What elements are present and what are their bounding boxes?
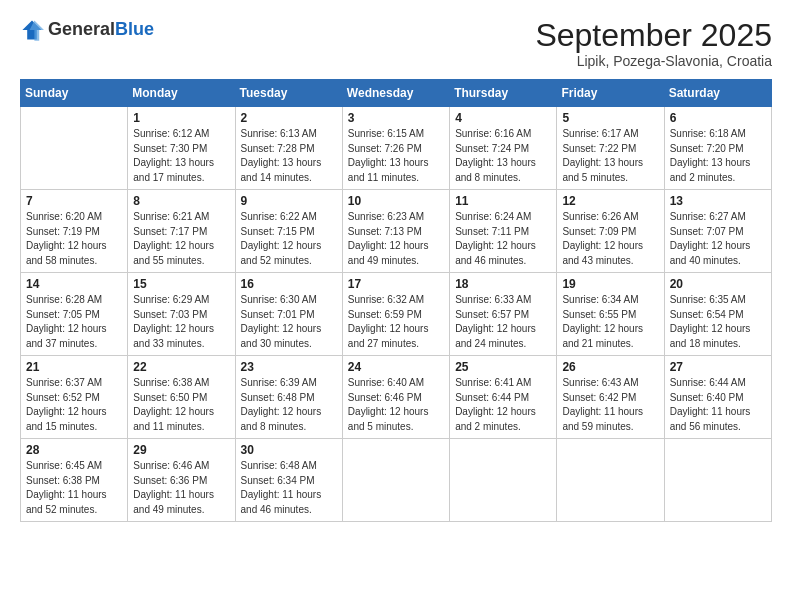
day-info: Sunrise: 6:39 AM Sunset: 6:48 PM Dayligh…	[241, 376, 337, 434]
day-info: Sunrise: 6:27 AM Sunset: 7:07 PM Dayligh…	[670, 210, 766, 268]
day-header-saturday: Saturday	[664, 80, 771, 107]
day-cell: 29Sunrise: 6:46 AM Sunset: 6:36 PM Dayli…	[128, 439, 235, 522]
day-number: 28	[26, 443, 122, 457]
day-number: 5	[562, 111, 658, 125]
day-cell: 7Sunrise: 6:20 AM Sunset: 7:19 PM Daylig…	[21, 190, 128, 273]
week-row-3: 21Sunrise: 6:37 AM Sunset: 6:52 PM Dayli…	[21, 356, 772, 439]
day-cell: 1Sunrise: 6:12 AM Sunset: 7:30 PM Daylig…	[128, 107, 235, 190]
day-header-sunday: Sunday	[21, 80, 128, 107]
day-number: 13	[670, 194, 766, 208]
day-cell: 11Sunrise: 6:24 AM Sunset: 7:11 PM Dayli…	[450, 190, 557, 273]
day-info: Sunrise: 6:46 AM Sunset: 6:36 PM Dayligh…	[133, 459, 229, 517]
day-header-monday: Monday	[128, 80, 235, 107]
day-header-tuesday: Tuesday	[235, 80, 342, 107]
day-number: 3	[348, 111, 444, 125]
day-info: Sunrise: 6:30 AM Sunset: 7:01 PM Dayligh…	[241, 293, 337, 351]
day-info: Sunrise: 6:17 AM Sunset: 7:22 PM Dayligh…	[562, 127, 658, 185]
day-info: Sunrise: 6:18 AM Sunset: 7:20 PM Dayligh…	[670, 127, 766, 185]
day-info: Sunrise: 6:33 AM Sunset: 6:57 PM Dayligh…	[455, 293, 551, 351]
day-cell: 18Sunrise: 6:33 AM Sunset: 6:57 PM Dayli…	[450, 273, 557, 356]
day-info: Sunrise: 6:34 AM Sunset: 6:55 PM Dayligh…	[562, 293, 658, 351]
day-info: Sunrise: 6:20 AM Sunset: 7:19 PM Dayligh…	[26, 210, 122, 268]
day-info: Sunrise: 6:29 AM Sunset: 7:03 PM Dayligh…	[133, 293, 229, 351]
day-cell: 22Sunrise: 6:38 AM Sunset: 6:50 PM Dayli…	[128, 356, 235, 439]
day-info: Sunrise: 6:24 AM Sunset: 7:11 PM Dayligh…	[455, 210, 551, 268]
day-number: 6	[670, 111, 766, 125]
day-number: 1	[133, 111, 229, 125]
day-number: 4	[455, 111, 551, 125]
week-row-2: 14Sunrise: 6:28 AM Sunset: 7:05 PM Dayli…	[21, 273, 772, 356]
location: Lipik, Pozega-Slavonia, Croatia	[535, 53, 772, 69]
day-cell: 15Sunrise: 6:29 AM Sunset: 7:03 PM Dayli…	[128, 273, 235, 356]
day-header-wednesday: Wednesday	[342, 80, 449, 107]
day-cell	[342, 439, 449, 522]
day-cell: 12Sunrise: 6:26 AM Sunset: 7:09 PM Dayli…	[557, 190, 664, 273]
day-info: Sunrise: 6:15 AM Sunset: 7:26 PM Dayligh…	[348, 127, 444, 185]
day-cell: 8Sunrise: 6:21 AM Sunset: 7:17 PM Daylig…	[128, 190, 235, 273]
day-cell: 9Sunrise: 6:22 AM Sunset: 7:15 PM Daylig…	[235, 190, 342, 273]
day-cell: 13Sunrise: 6:27 AM Sunset: 7:07 PM Dayli…	[664, 190, 771, 273]
day-cell: 4Sunrise: 6:16 AM Sunset: 7:24 PM Daylig…	[450, 107, 557, 190]
day-number: 19	[562, 277, 658, 291]
day-cell: 20Sunrise: 6:35 AM Sunset: 6:54 PM Dayli…	[664, 273, 771, 356]
day-cell: 10Sunrise: 6:23 AM Sunset: 7:13 PM Dayli…	[342, 190, 449, 273]
month-title: September 2025	[535, 18, 772, 53]
day-info: Sunrise: 6:32 AM Sunset: 6:59 PM Dayligh…	[348, 293, 444, 351]
day-cell: 30Sunrise: 6:48 AM Sunset: 6:34 PM Dayli…	[235, 439, 342, 522]
day-cell: 5Sunrise: 6:17 AM Sunset: 7:22 PM Daylig…	[557, 107, 664, 190]
logo-blue: Blue	[115, 20, 154, 40]
calendar-header: SundayMondayTuesdayWednesdayThursdayFrid…	[21, 80, 772, 107]
day-cell: 23Sunrise: 6:39 AM Sunset: 6:48 PM Dayli…	[235, 356, 342, 439]
logo: GeneralBlue	[20, 18, 154, 42]
day-cell: 26Sunrise: 6:43 AM Sunset: 6:42 PM Dayli…	[557, 356, 664, 439]
day-info: Sunrise: 6:21 AM Sunset: 7:17 PM Dayligh…	[133, 210, 229, 268]
day-cell: 27Sunrise: 6:44 AM Sunset: 6:40 PM Dayli…	[664, 356, 771, 439]
day-number: 24	[348, 360, 444, 374]
day-number: 27	[670, 360, 766, 374]
day-number: 18	[455, 277, 551, 291]
week-row-1: 7Sunrise: 6:20 AM Sunset: 7:19 PM Daylig…	[21, 190, 772, 273]
day-number: 29	[133, 443, 229, 457]
day-cell: 28Sunrise: 6:45 AM Sunset: 6:38 PM Dayli…	[21, 439, 128, 522]
day-number: 22	[133, 360, 229, 374]
day-cell: 19Sunrise: 6:34 AM Sunset: 6:55 PM Dayli…	[557, 273, 664, 356]
day-number: 17	[348, 277, 444, 291]
day-info: Sunrise: 6:43 AM Sunset: 6:42 PM Dayligh…	[562, 376, 658, 434]
logo-icon	[20, 18, 44, 42]
day-number: 25	[455, 360, 551, 374]
day-number: 9	[241, 194, 337, 208]
day-cell	[557, 439, 664, 522]
day-info: Sunrise: 6:12 AM Sunset: 7:30 PM Dayligh…	[133, 127, 229, 185]
week-row-4: 28Sunrise: 6:45 AM Sunset: 6:38 PM Dayli…	[21, 439, 772, 522]
title-block: September 2025 Lipik, Pozega-Slavonia, C…	[535, 18, 772, 69]
logo-text: GeneralBlue	[48, 20, 154, 40]
day-cell: 3Sunrise: 6:15 AM Sunset: 7:26 PM Daylig…	[342, 107, 449, 190]
day-cell: 14Sunrise: 6:28 AM Sunset: 7:05 PM Dayli…	[21, 273, 128, 356]
day-number: 10	[348, 194, 444, 208]
day-info: Sunrise: 6:22 AM Sunset: 7:15 PM Dayligh…	[241, 210, 337, 268]
day-number: 20	[670, 277, 766, 291]
day-header-thursday: Thursday	[450, 80, 557, 107]
day-cell	[21, 107, 128, 190]
day-cell: 24Sunrise: 6:40 AM Sunset: 6:46 PM Dayli…	[342, 356, 449, 439]
day-cell: 6Sunrise: 6:18 AM Sunset: 7:20 PM Daylig…	[664, 107, 771, 190]
day-info: Sunrise: 6:13 AM Sunset: 7:28 PM Dayligh…	[241, 127, 337, 185]
day-number: 16	[241, 277, 337, 291]
day-cell: 16Sunrise: 6:30 AM Sunset: 7:01 PM Dayli…	[235, 273, 342, 356]
day-info: Sunrise: 6:44 AM Sunset: 6:40 PM Dayligh…	[670, 376, 766, 434]
day-cell: 2Sunrise: 6:13 AM Sunset: 7:28 PM Daylig…	[235, 107, 342, 190]
header: GeneralBlue September 2025 Lipik, Pozega…	[20, 18, 772, 69]
week-row-0: 1Sunrise: 6:12 AM Sunset: 7:30 PM Daylig…	[21, 107, 772, 190]
day-number: 2	[241, 111, 337, 125]
day-info: Sunrise: 6:48 AM Sunset: 6:34 PM Dayligh…	[241, 459, 337, 517]
day-cell: 17Sunrise: 6:32 AM Sunset: 6:59 PM Dayli…	[342, 273, 449, 356]
day-number: 8	[133, 194, 229, 208]
day-number: 14	[26, 277, 122, 291]
day-number: 26	[562, 360, 658, 374]
day-number: 12	[562, 194, 658, 208]
day-header-friday: Friday	[557, 80, 664, 107]
page: GeneralBlue September 2025 Lipik, Pozega…	[0, 0, 792, 612]
day-info: Sunrise: 6:45 AM Sunset: 6:38 PM Dayligh…	[26, 459, 122, 517]
day-cell	[450, 439, 557, 522]
day-number: 21	[26, 360, 122, 374]
